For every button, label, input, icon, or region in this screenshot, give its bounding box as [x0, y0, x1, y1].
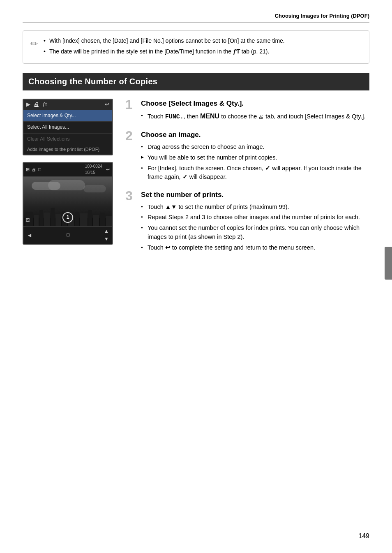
- camera-image-screen: ⊞ 🖨 □ 100-0024 10/15 ↩: [23, 162, 113, 245]
- single-icon: □: [38, 167, 41, 173]
- note-content: With [Index] chosen, the [Date] and [Fil…: [44, 37, 285, 58]
- step-2-bullet-2: You will be able to set the number of pr…: [141, 153, 369, 162]
- menu-item-select-all: Select All Images...: [23, 122, 112, 133]
- step-2-content: Choose an image. Drag across the screen …: [141, 130, 369, 183]
- step-3-title: Set the number of prints.: [141, 190, 369, 200]
- section-heading: Choosing the Number of Copies: [23, 73, 369, 90]
- left-column: ▶ 🖨 ƒt ↩ Select Images & Qty... Select A…: [23, 99, 117, 260]
- page-header: Choosing Images for Printing (DPOF): [23, 12, 369, 23]
- svg-rect-13: [100, 213, 105, 226]
- menu-item-select-images: Select Images & Qty...: [23, 110, 112, 122]
- svg-rect-5: [51, 208, 55, 226]
- step-3-bullet-2: Repeat Steps 2 and 3 to choose other ima…: [141, 213, 369, 222]
- play-icon: ▶: [26, 101, 30, 109]
- header-title: Choosing Images for Printing (DPOF): [275, 13, 369, 19]
- prev-arrow-icon: ◄: [27, 231, 32, 239]
- svg-rect-10: [80, 213, 88, 226]
- thumbnail-icon: ⊟: [66, 232, 70, 238]
- camera-menu-screen: ▶ 🖨 ƒt ↩ Select Images & Qty... Select A…: [23, 99, 113, 155]
- step-1-bullet-1: Touch FUNC., then MENU to choose the 🖨 t…: [141, 111, 369, 122]
- main-content: ▶ 🖨 ƒt ↩ Select Images & Qty... Select A…: [23, 99, 369, 260]
- page-number: 149: [358, 531, 369, 541]
- right-column: 1 Choose [Select Images & Qty.]. Touch F…: [125, 99, 369, 260]
- side-tab: [385, 247, 392, 280]
- back-arrow-icon: ↩: [105, 101, 109, 109]
- svg-rect-9: [75, 212, 79, 226]
- step-1-number: 1: [125, 98, 137, 111]
- svg-rect-11: [88, 210, 92, 226]
- camera-image-footer: ◄ ⊟ ▲ ▼: [23, 226, 112, 244]
- step-2-bullet-3: For [Index], touch the screen. Once chos…: [141, 164, 369, 182]
- back-icon-image: ↩: [106, 167, 110, 173]
- svg-rect-4: [44, 213, 50, 226]
- step-3: 3 Set the number of prints. Touch ▲▼ to …: [125, 190, 369, 254]
- grid-icon: ⊞: [26, 167, 30, 173]
- step-3-bullet-4: Touch ↩ to complete the setting and retu…: [141, 243, 369, 252]
- step-2-title: Choose an image.: [141, 130, 369, 140]
- print-tab-icon: 🖨: [34, 101, 39, 109]
- print-icon-small: 🖨: [32, 167, 36, 173]
- camera-topbar: ▶ 🖨 ƒt ↩: [23, 99, 112, 110]
- step-2-bullets: Drag across the screen to choose an imag…: [141, 143, 369, 182]
- step-1-content: Choose [Select Images & Qty.]. Touch FUN…: [141, 99, 369, 123]
- step-3-bullets: Touch ▲▼ to set the number of prints (ma…: [141, 203, 369, 252]
- pencil-icon: ✏: [30, 37, 38, 51]
- camera-menu-list: Select Images & Qty... Select All Images…: [23, 110, 112, 155]
- step-3-bullet-1: Touch ▲▼ to set the number of prints (ma…: [141, 203, 369, 212]
- camera-image-topbar: ⊞ 🖨 □ 100-0024 10/15 ↩: [23, 163, 112, 177]
- step-3-bullet-3: You cannot set the number of copies for …: [141, 224, 369, 242]
- step-2-bullet-1: Drag across the screen to choose an imag…: [141, 143, 369, 152]
- page-container: Choosing Images for Printing (DPOF) ✏ Wi…: [0, 0, 392, 553]
- image-counter: 100-0024 10/15: [85, 164, 102, 176]
- step-1: 1 Choose [Select Images & Qty.]. Touch F…: [125, 99, 369, 123]
- step-2: 2 Choose an image. Drag across the scree…: [125, 130, 369, 183]
- svg-rect-2: [34, 215, 39, 226]
- menu-item-clear: Clear All Selections: [23, 134, 112, 145]
- note-bullet-1: With [Index] chosen, the [Date] and [Fil…: [44, 37, 285, 46]
- step-3-number: 3: [125, 189, 137, 202]
- step-2-number: 2: [125, 129, 137, 142]
- svg-rect-3: [39, 210, 43, 226]
- note-box: ✏ With [Index] chosen, the [Date] and [F…: [23, 30, 369, 64]
- settings-icon: ƒt: [42, 101, 47, 109]
- svg-rect-14: [106, 216, 112, 226]
- step-3-content: Set the number of prints. Touch ▲▼ to se…: [141, 190, 369, 254]
- camera-image-body: 1 🖼: [23, 177, 112, 226]
- note-bullet-2: The date will be printed in the style se…: [44, 47, 285, 56]
- svg-rect-12: [93, 215, 99, 226]
- step-1-bullets: Touch FUNC., then MENU to choose the 🖨 t…: [141, 111, 369, 122]
- svg-rect-6: [55, 214, 61, 226]
- step-1-title: Choose [Select Images & Qty.].: [141, 99, 369, 109]
- down-arrow-icon: ▼: [104, 236, 109, 243]
- menu-item-desc: Adds images to the print list (DPOF): [23, 145, 112, 155]
- up-arrow-icon: ▲: [104, 228, 109, 235]
